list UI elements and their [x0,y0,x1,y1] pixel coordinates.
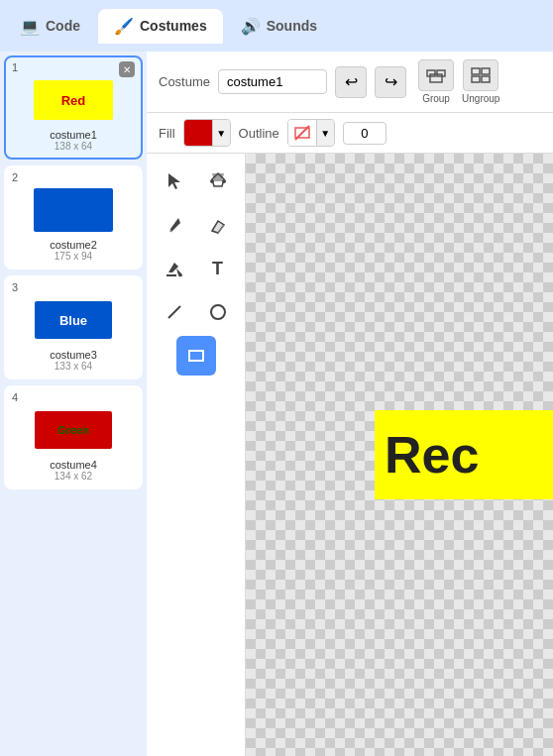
sounds-icon: 🔊 [241,17,261,36]
fill-color-picker[interactable]: ▼ [183,119,231,147]
costume-size-2: 175 x 94 [12,251,135,262]
ungroup-icon [463,59,498,91]
group-icon [418,59,454,91]
svg-rect-3 [472,68,480,74]
toolbar: Costume ↩ ↪ Group [147,52,553,113]
select-tool[interactable] [155,162,194,201]
tab-code[interactable]: 💻 Code [4,9,96,44]
costume-num-1: 1 [12,61,18,73]
costume-label-3: costume3 [12,349,135,361]
costume-label-4: costume4 [12,459,135,471]
brush-tool[interactable] [155,205,194,245]
fill-label: Fill [159,126,175,141]
tab-code-label: Code [46,18,80,34]
svg-rect-1 [437,70,445,76]
right-panel: Costume ↩ ↪ Group [147,52,553,756]
costume-size-1: 138 x 64 [12,141,135,152]
line-tool[interactable] [155,292,194,332]
fill-dropdown-arrow[interactable]: ▼ [212,120,230,146]
undo-button[interactable]: ↩ [335,66,367,98]
code-icon: 💻 [20,17,40,36]
svg-rect-6 [482,76,490,82]
costume-item-2[interactable]: 2 costume2 175 x 94 [4,165,143,270]
tools-row-2 [155,205,238,245]
text-tool[interactable]: T [198,249,238,288]
costumes-icon: 🖌️ [114,17,134,36]
fill-outline-row: Fill ▼ Outline ▼ [147,113,553,154]
costume-sidebar: 1 ✕ Red costume1 138 x 64 2 costume2 175… [0,52,147,756]
svg-marker-9 [168,173,180,189]
tools-row-3: T [155,249,238,288]
fill-tool[interactable] [155,249,194,288]
fill-color-swatch [184,120,212,146]
text-tool-label: T [212,259,223,279]
tools-column: T [147,154,246,756]
group-action[interactable]: Group [418,59,454,104]
costume-thumb-2 [12,183,135,237]
svg-point-12 [210,179,214,183]
svg-rect-17 [189,351,203,361]
costume-label-1: costume1 [12,129,135,141]
svg-marker-11 [212,173,224,181]
costume-label-2: costume2 [12,239,135,251]
svg-rect-2 [430,74,442,82]
canvas-content: Rec [375,410,553,499]
costume-thumb-3: Blue [12,293,135,347]
group-label: Group [422,93,450,104]
costume-num-4: 4 [12,391,18,403]
costume-thumb-4: Green [12,403,135,457]
canvas-text: Rec [375,425,479,485]
costume-item-3[interactable]: 3 Blue costume3 133 x 64 [4,275,143,379]
outline-dropdown-arrow[interactable]: ▼ [316,120,334,146]
redo-button[interactable]: ↪ [375,66,406,98]
costume-item-1[interactable]: 1 ✕ Red costume1 138 x 64 [4,55,143,160]
svg-point-13 [222,179,226,183]
tab-costumes-label: Costumes [140,18,207,34]
costume-num-3: 3 [12,281,18,293]
reshape-tool[interactable] [198,162,238,201]
canvas-area[interactable]: Rec [246,154,553,756]
svg-point-16 [211,305,225,319]
tools-row-4 [155,292,238,332]
costume-thumb-1: Red [12,73,135,127]
outline-label: Outline [239,126,279,141]
svg-line-15 [168,306,180,318]
costume-num-2: 2 [12,171,18,183]
drawing-area: T [147,154,553,756]
ungroup-label: Ungroup [462,93,499,104]
tab-bar: 💻 Code 🖌️ Costumes 🔊 Sounds [0,0,553,52]
main-layout: 1 ✕ Red costume1 138 x 64 2 costume2 175… [0,52,553,756]
svg-rect-5 [472,76,480,82]
outline-color-picker[interactable]: ▼ [287,119,335,147]
ungroup-action[interactable]: Ungroup [462,59,499,104]
tab-sounds[interactable]: 🔊 Sounds [225,9,333,44]
eraser-tool[interactable] [198,205,238,245]
svg-rect-0 [427,70,435,76]
costume-label: Costume [159,74,210,89]
costume-delete-1[interactable]: ✕ [119,61,135,77]
outline-value-input[interactable] [343,122,387,145]
tools-row-5 [176,336,216,376]
tab-costumes[interactable]: 🖌️ Costumes [98,9,223,44]
svg-rect-4 [482,68,490,74]
tab-sounds-label: Sounds [267,18,317,34]
rectangle-tool[interactable] [176,336,216,376]
outline-swatch [288,120,316,146]
svg-rect-14 [166,274,176,276]
circle-tool[interactable] [198,292,238,332]
costume-size-3: 133 x 64 [12,361,135,372]
costume-item-4[interactable]: 4 Green costume4 134 x 62 [4,385,143,489]
tools-row-1 [155,162,238,201]
costume-name-input[interactable] [218,69,327,94]
costume-size-4: 134 x 62 [12,471,135,482]
